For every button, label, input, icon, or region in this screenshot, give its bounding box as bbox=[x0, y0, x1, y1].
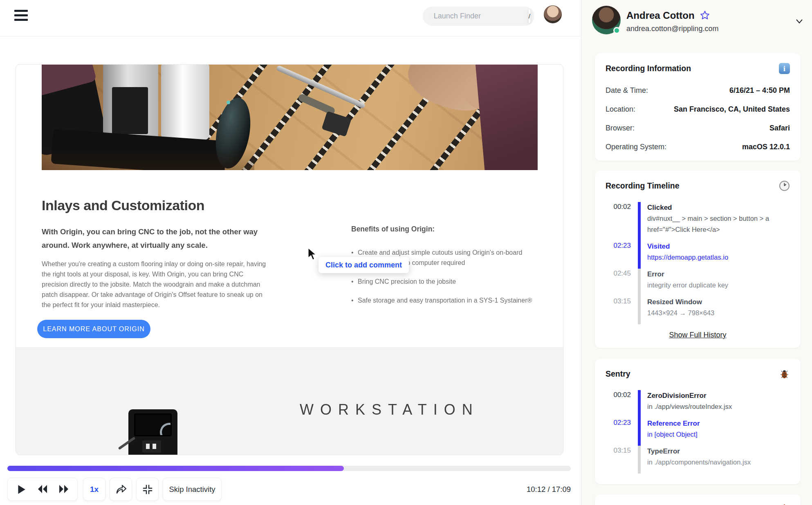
search-bar[interactable]: / bbox=[423, 7, 534, 26]
recording-timeline-card: Recording Timeline 00:02 Clickeddiv#nuxt… bbox=[595, 171, 801, 348]
replay-viewport[interactable]: Inlays and Customization With Origin, yo… bbox=[16, 64, 563, 455]
card-title: Recording Information bbox=[606, 64, 691, 73]
timeline-entry[interactable]: 03:15 Resized Window1443×924 → 798×643 bbox=[606, 296, 790, 324]
playback-time-display: 10:12 / 17:09 bbox=[489, 485, 571, 494]
replay-lead-text: With Origin, you can bring CNC to the jo… bbox=[42, 225, 283, 252]
info-row: Operating System: macOS 12.0.1 bbox=[606, 143, 790, 162]
timeline-entry[interactable]: 02:45 Errorintegrity error duplicate key bbox=[606, 269, 790, 296]
benefit-item: Bring CNC precision to the jobsite bbox=[351, 276, 533, 287]
sentry-entry[interactable]: 02:23 Reference Errorin [object Object] bbox=[606, 418, 790, 446]
playback-speed-button[interactable]: 1x bbox=[83, 478, 105, 501]
profile-email: andrea.cotton@rippling.com bbox=[626, 25, 718, 33]
share-icon bbox=[115, 484, 127, 495]
info-row: Date & Time: 6/16/21 – 4:50 PM bbox=[606, 86, 790, 105]
fast-forward-button[interactable] bbox=[58, 484, 69, 495]
replay-body-text: Whether you're creating a custom floorin… bbox=[42, 259, 267, 310]
hero-shape bbox=[475, 65, 538, 170]
session-replay-app: / https://app.getatlas.io/auth/login?nex… bbox=[0, 0, 812, 505]
clock-icon bbox=[779, 180, 790, 191]
header-avatar[interactable] bbox=[544, 5, 562, 23]
playback-progress-fill bbox=[7, 466, 344, 471]
visited-url-link[interactable]: https://demoapp.getatlas.io bbox=[647, 252, 728, 263]
replay-hero-image bbox=[42, 65, 538, 170]
console-card: Console bbox=[595, 494, 801, 505]
show-full-history-link[interactable]: Show Full History bbox=[669, 331, 726, 339]
sentry-entry[interactable]: 03:15 TypeErrorin ./app/components/navig… bbox=[606, 446, 790, 474]
collapse-icon bbox=[142, 484, 153, 495]
bug-icon bbox=[779, 368, 790, 379]
hamburger-menu-icon[interactable] bbox=[14, 10, 28, 22]
rewind-button[interactable] bbox=[37, 484, 48, 495]
recording-information-card: Recording Information i Date & Time: 6/1… bbox=[595, 53, 801, 161]
url-bar: https://app.getatlas.io/auth/login?next=… bbox=[0, 36, 581, 64]
hero-shape bbox=[142, 440, 161, 453]
replay-cursor-icon bbox=[307, 248, 319, 261]
hero-shape bbox=[112, 87, 148, 134]
hero-shape bbox=[227, 101, 230, 104]
sentry-entry[interactable]: 00:02 ZeroDivisionErrorin ./app/views/ro… bbox=[606, 390, 790, 418]
comment-tooltip: Click to add comment bbox=[319, 257, 409, 273]
replay-workstation-section: WORKSTATION bbox=[16, 347, 563, 455]
chevron-down-icon[interactable] bbox=[794, 16, 805, 26]
workstation-logo: WORKSTATION bbox=[300, 401, 479, 418]
timeline-entry[interactable]: 00:02 Clickeddiv#nuxt__ > main > section… bbox=[606, 202, 790, 241]
collapse-player-button[interactable] bbox=[136, 478, 159, 501]
search-icon bbox=[429, 12, 430, 20]
online-status-dot bbox=[613, 27, 620, 34]
benefits-title: Benefits of using Origin: bbox=[351, 225, 533, 233]
info-icon: i bbox=[779, 63, 790, 74]
hero-shape bbox=[134, 413, 172, 436]
workstation-product-image bbox=[117, 409, 182, 455]
search-input[interactable] bbox=[434, 12, 529, 20]
card-title: Recording Timeline bbox=[606, 181, 680, 191]
timeline-entry[interactable]: 02:23 Visitedhttps://demoapp.getatlas.io bbox=[606, 241, 790, 269]
replay-page-heading: Inlays and Customization bbox=[42, 198, 204, 213]
card-title: Sentry bbox=[606, 369, 630, 379]
playback-progress-bar[interactable] bbox=[7, 466, 571, 471]
play-button[interactable] bbox=[16, 484, 27, 495]
star-icon[interactable] bbox=[700, 10, 710, 20]
transport-controls bbox=[7, 478, 78, 501]
profile-name: Andrea Cotton bbox=[626, 10, 695, 21]
share-button[interactable] bbox=[110, 478, 132, 501]
skip-inactivity-button[interactable]: Skip Inactivity bbox=[163, 478, 222, 501]
hero-shape bbox=[161, 65, 209, 140]
learn-more-button: LEARN MORE ABOUT ORIGIN bbox=[37, 320, 150, 338]
info-row: Location: San Francisco, CA, United Stat… bbox=[606, 105, 790, 124]
shortcut-key-badge: / bbox=[529, 9, 530, 23]
main-column: / https://app.getatlas.io/auth/login?nex… bbox=[0, 0, 581, 505]
benefit-item: Safe storage and easy transportation in … bbox=[351, 295, 533, 305]
sentry-card: Sentry 00:02 ZeroDivisionErrorin ./app/v… bbox=[595, 359, 801, 484]
info-row: Browser: Safari bbox=[606, 124, 790, 143]
hero-shape bbox=[42, 148, 254, 170]
details-sidebar: Andrea Cotton andrea.cotton@rippling.com… bbox=[581, 0, 812, 505]
